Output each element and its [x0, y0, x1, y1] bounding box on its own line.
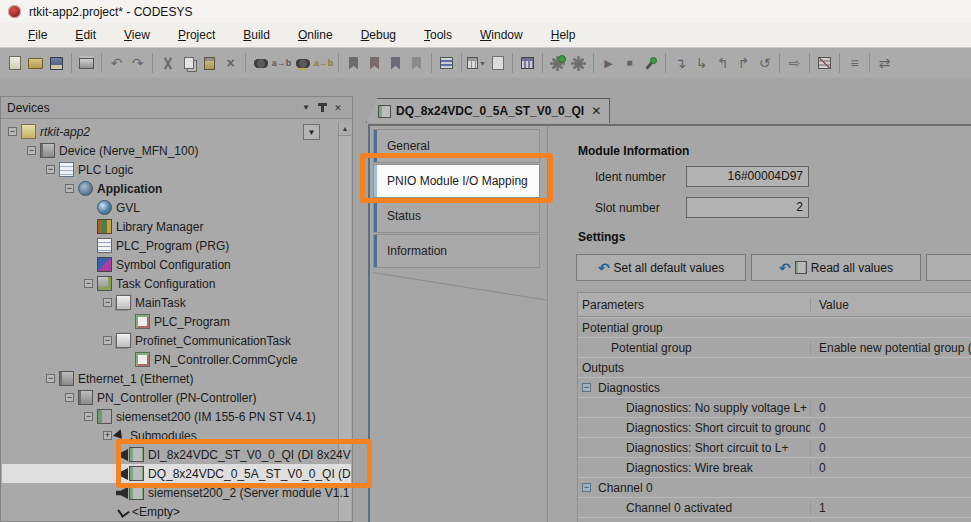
print-icon[interactable]: [77, 54, 96, 73]
tab-status[interactable]: Status: [373, 199, 540, 233]
tab-general[interactable]: General: [373, 129, 540, 163]
tree-item-gvl[interactable]: GVL: [2, 198, 351, 217]
tree-item-library-manager[interactable]: Library Manager: [2, 217, 351, 236]
stop-icon[interactable]: ■: [620, 54, 639, 73]
parameter-row[interactable]: Diagnostics: No supply voltage L+0: [578, 397, 971, 417]
tree-item-plc-program[interactable]: PLC_Program: [2, 312, 351, 331]
tree-item-pn-controller-commcycle[interactable]: PN_Controller.CommCycle: [2, 350, 351, 369]
add-object-icon[interactable]: ▼: [467, 54, 486, 73]
collapse-icon[interactable]: −: [103, 298, 112, 307]
collapse-icon[interactable]: −: [27, 146, 36, 155]
expand-icon[interactable]: +: [103, 431, 112, 440]
set-default-button[interactable]: ↷Set all default values: [576, 254, 746, 281]
write-values-button[interactable]: ↷: [926, 254, 971, 281]
paste-icon[interactable]: [200, 54, 219, 73]
login-icon[interactable]: [548, 54, 567, 73]
collapse-icon[interactable]: −: [8, 127, 17, 136]
menu-edit[interactable]: Edit: [61, 25, 110, 45]
run-to-line-icon[interactable]: ↱: [734, 54, 753, 73]
properties-icon[interactable]: [437, 54, 456, 73]
parameter-row[interactable]: Channel 0 activated1: [578, 497, 971, 517]
bookmark-toggle-icon[interactable]: [344, 54, 363, 73]
find-icon[interactable]: [251, 54, 270, 73]
tree-item-profinet-communicationtask[interactable]: −Profinet_CommunicationTask: [2, 331, 351, 350]
force-values-icon[interactable]: ⇄: [875, 54, 894, 73]
read-values-button[interactable]: ↷Read all values: [751, 254, 921, 281]
tree-item-di-8x24vdc-st-v0-0-qi-di-8x24vdc[interactable]: DI_8x24VDC_ST_V0_0_QI (DI 8x24VDC: [2, 445, 351, 464]
redo-icon[interactable]: ↷: [128, 54, 147, 73]
bookmark-clear-icon[interactable]: [407, 54, 426, 73]
step-over-icon[interactable]: ↴: [671, 54, 690, 73]
tree-item-siemenset200-im-155-6-pn-st-v4-1[interactable]: −siemenset200 (IM 155-6 PN ST V4.1): [2, 407, 351, 426]
reset-icon[interactable]: ↺: [755, 54, 774, 73]
tree-item-device-nerve-mfn-100[interactable]: −Device (Nerve_MFN_100): [2, 141, 351, 160]
tree-item-rtkit-app2[interactable]: −rtkit-app2▼: [2, 122, 351, 141]
panel-menu-chevron-icon[interactable]: ▼: [298, 101, 314, 115]
pin-icon[interactable]: [314, 101, 330, 115]
logout-icon[interactable]: [569, 54, 588, 73]
parameter-row[interactable]: Diagnostics: Short circuit to L+0: [578, 437, 971, 457]
menu-help[interactable]: Help: [537, 25, 590, 45]
blank-page-icon[interactable]: [488, 54, 507, 73]
tree-item-task-configuration[interactable]: −Task Configuration: [2, 274, 351, 293]
collapse-icon[interactable]: −: [46, 374, 55, 383]
new-file-icon[interactable]: [5, 54, 24, 73]
collapse-icon[interactable]: −: [582, 483, 591, 492]
tree-item-application[interactable]: −Application: [2, 179, 351, 198]
tab-pnio-module-i-o-mapping[interactable]: PNIO Module I/O Mapping: [373, 164, 540, 198]
step-out-icon[interactable]: ↰: [713, 54, 732, 73]
parameter-row[interactable]: Outputs: [578, 357, 971, 377]
delete-icon[interactable]: ×: [221, 54, 240, 73]
tree-item-siemenset200-2-server-module-v1-1[interactable]: siemenset200_2 (Server module V1.1 ((: [2, 483, 351, 502]
document-tab[interactable]: DQ_8x24VDC_0_5A_ST_V0_0_QI ✕: [366, 98, 610, 123]
parameter-row[interactable]: −Diagnostics: [578, 377, 971, 397]
tree-item-plc-logic[interactable]: −PLC Logic: [2, 160, 351, 179]
start-icon[interactable]: ▶: [599, 54, 618, 73]
bookmark-prev-icon[interactable]: [365, 54, 384, 73]
build-icon[interactable]: [518, 54, 537, 73]
replace-in-project-icon[interactable]: a→b: [314, 54, 333, 73]
bookmark-next-icon[interactable]: [386, 54, 405, 73]
tree-item-plc-program-prg[interactable]: PLC_Program (PRG): [2, 236, 351, 255]
copy-icon[interactable]: [179, 54, 198, 73]
open-file-icon[interactable]: [26, 54, 45, 73]
parameter-row[interactable]: Potential groupEnable new potential grou…: [578, 337, 971, 357]
menu-build[interactable]: Build: [229, 25, 284, 45]
collapse-icon[interactable]: −: [103, 336, 112, 345]
undo-icon[interactable]: ↶: [107, 54, 126, 73]
tree-item-dq-8x24vdc-0-5a-st-v0-0-qi-dq-8[interactable]: DQ_8x24VDC_0_5A_ST_V0_0_QI (DQ 8: [2, 464, 351, 483]
replace-icon[interactable]: a→b: [272, 54, 291, 73]
collapse-icon[interactable]: −: [582, 383, 591, 392]
step-into-icon[interactable]: ↳: [692, 54, 711, 73]
tree-item-empty[interactable]: <Empty>: [2, 502, 351, 521]
menu-debug[interactable]: Debug: [347, 25, 410, 45]
menu-view[interactable]: View: [110, 25, 164, 45]
device-selector-dropdown[interactable]: ▼: [303, 124, 320, 140]
collapse-icon[interactable]: −: [65, 393, 74, 402]
menu-file[interactable]: File: [14, 25, 61, 45]
collapse-icon[interactable]: −: [84, 412, 93, 421]
cut-icon[interactable]: [158, 54, 177, 73]
collapse-icon[interactable]: −: [46, 165, 55, 174]
next-statement-icon[interactable]: ⇨: [785, 54, 804, 73]
save-icon[interactable]: [47, 54, 66, 73]
menu-window[interactable]: Window: [466, 25, 537, 45]
find-in-project-icon[interactable]: [293, 54, 312, 73]
tree-item-ethernet-1-ethernet[interactable]: −Ethernet_1 (Ethernet): [2, 369, 351, 388]
tree-item-submodules[interactable]: +Submodules: [2, 426, 351, 445]
toggle-breakpoints-icon[interactable]: [815, 54, 834, 73]
watch-list-icon[interactable]: ≡: [845, 54, 864, 73]
tree-item-symbol-configuration[interactable]: Symbol Configuration: [2, 255, 351, 274]
close-icon[interactable]: ✕: [330, 101, 346, 115]
menu-online[interactable]: Online: [284, 25, 347, 45]
tab-close-icon[interactable]: ✕: [591, 104, 601, 118]
parameter-row[interactable]: Diagnostics: Short circuit to ground0: [578, 417, 971, 437]
collapse-icon[interactable]: −: [84, 279, 93, 288]
parameter-row[interactable]: Diagnostics: Wire break0: [578, 457, 971, 477]
tab-information[interactable]: Information: [373, 234, 540, 268]
tree-item-pn-controller-pn-controller[interactable]: −PN_Controller (PN-Controller): [2, 388, 351, 407]
menu-project[interactable]: Project: [164, 25, 229, 45]
menu-tools[interactable]: Tools: [410, 25, 466, 45]
parameter-row[interactable]: Potential group: [578, 317, 971, 337]
tree-item-maintask[interactable]: −MainTask: [2, 293, 351, 312]
